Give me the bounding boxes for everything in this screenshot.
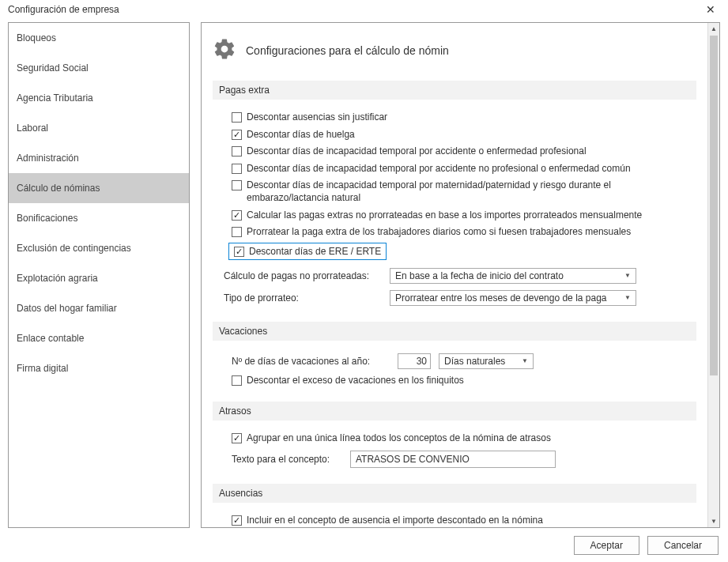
chevron-down-icon: ▼ [624, 272, 631, 279]
checkbox-incluir-importe-descontado[interactable] [232, 515, 242, 526]
checkbox-label: Descontar días de incapacidad temporal p… [247, 163, 631, 175]
sidebar-item-label: Firma digital [17, 363, 68, 374]
checkbox-it-maternidad[interactable] [232, 180, 242, 190]
sidebar-item-label: Bonificaciones [17, 213, 77, 224]
checkbox-descontar-ausencias[interactable] [232, 112, 242, 123]
sidebar-item-explotacion-agraria[interactable]: Explotación agraria [9, 263, 189, 293]
sidebar-item-label: Exclusión de contingencias [17, 243, 131, 254]
checkbox-label: Descontar días de incapacidad temporal p… [247, 179, 693, 204]
chevron-down-icon: ▼ [522, 357, 528, 364]
highlight-ere-erte: Descontar días de ERE / ERTE [228, 243, 387, 260]
select-value: Días naturales [444, 356, 505, 367]
checkbox-it-comun[interactable] [232, 164, 242, 174]
select-value: Prorratear entre los meses de devengo de… [395, 292, 607, 304]
group-header-vacaciones: Vacaciones [213, 322, 696, 341]
label-tipo-prorrateo: Tipo de prorrateo: [224, 292, 382, 304]
checkbox-exceso-vacaciones[interactable] [232, 375, 242, 386]
page-title: Configuraciones para el cálculo de nómin [246, 44, 449, 57]
checkbox-label: Prorratear la paga extra de los trabajad… [247, 226, 631, 239]
cancel-button[interactable]: Cancelar [647, 536, 719, 555]
checkbox-label: Descontar días de huelga [247, 129, 355, 141]
close-icon[interactable]: ✕ [701, 3, 720, 16]
sidebar-item-laboral[interactable]: Laboral [9, 113, 189, 143]
window-title: Configuración de empresa [8, 4, 119, 15]
gear-icon [213, 37, 236, 63]
checkbox-label: Descontar el exceso de vacaciones en los… [247, 375, 464, 387]
checkbox-descontar-huelga[interactable] [232, 130, 242, 140]
sidebar-item-label: Bloqueos [17, 32, 56, 43]
checkbox-descontar-ere[interactable] [234, 247, 244, 257]
scroll-up-icon[interactable]: ▲ [708, 23, 719, 35]
sidebar-item-seguridad-social[interactable]: Seguridad Social [9, 53, 189, 83]
sidebar-item-agencia-tributaria[interactable]: Agencia Tributaria [9, 83, 189, 113]
label-dias-vacaciones: Nº de días de vacaciones al año: [232, 356, 390, 367]
checkbox-calcular-extras[interactable] [232, 210, 242, 221]
sidebar-item-bonificaciones[interactable]: Bonificaciones [9, 203, 189, 233]
content-panel: Configuraciones para el cálculo de nómin… [201, 22, 720, 528]
sidebar-item-exclusion-contingencias[interactable]: Exclusión de contingencias [9, 233, 189, 263]
checkbox-label: Descontar días de incapacidad temporal p… [247, 145, 587, 158]
checkbox-agrupar-atrasos[interactable] [232, 433, 242, 443]
scroll-down-icon[interactable]: ▼ [708, 515, 719, 527]
checkbox-label: Calcular las pagas extras no prorrateada… [247, 209, 642, 222]
group-header-ausencias: Ausencias [213, 484, 696, 503]
group-header-pagas-extra: Pagas extra [213, 81, 696, 100]
dialog-footer: Aceptar Cancelar [0, 528, 728, 562]
sidebar-item-label: Agencia Tributaria [17, 92, 93, 104]
checkbox-prorratear-diarios[interactable] [232, 227, 242, 237]
sidebar-item-label: Cálculo de nóminas [17, 183, 100, 194]
select-tipo-prorrateo[interactable]: Prorratear entre los meses de devengo de… [390, 290, 636, 306]
sidebar-item-enlace-contable[interactable]: Enlace contable [9, 323, 189, 353]
sidebar-item-label: Seguridad Social [17, 62, 89, 74]
sidebar-item-label: Laboral [17, 123, 48, 134]
select-calculo-pagas[interactable]: En base a la fecha de inicio del contrat… [390, 268, 636, 284]
input-dias-vacaciones[interactable]: 30 [398, 353, 431, 369]
sidebar-item-administracion[interactable]: Administración [9, 143, 189, 173]
select-value: En base a la fecha de inicio del contrat… [395, 270, 564, 281]
checkbox-it-profesional[interactable] [232, 146, 242, 157]
group-header-atrasos: Atrasos [213, 402, 696, 421]
sidebar-item-label: Explotación agraria [17, 273, 98, 284]
sidebar-item-firma-digital[interactable]: Firma digital [9, 353, 189, 383]
sidebar-item-label: Datos del hogar familiar [17, 303, 117, 314]
checkbox-label: Descontar días de ERE / ERTE [249, 246, 381, 257]
checkbox-label: Descontar ausencias sin justificar [247, 111, 387, 124]
titlebar: Configuración de empresa ✕ [0, 0, 728, 22]
sidebar: Bloqueos Seguridad Social Agencia Tribut… [8, 22, 190, 528]
scrollbar-thumb[interactable] [710, 36, 718, 375]
scrollbar[interactable]: ▲ ▼ [707, 23, 719, 527]
accept-button[interactable]: Aceptar [574, 536, 639, 555]
sidebar-item-calculo-nominas[interactable]: Cálculo de nóminas [9, 173, 189, 203]
sidebar-item-datos-hogar[interactable]: Datos del hogar familiar [9, 293, 189, 323]
checkbox-label: Incluir en el concepto de ausencia el im… [247, 515, 543, 527]
chevron-down-icon: ▼ [624, 294, 631, 301]
select-tipo-dias[interactable]: Días naturales ▼ [439, 353, 534, 369]
sidebar-item-label: Enlace contable [17, 333, 84, 344]
sidebar-item-label: Administración [17, 153, 79, 164]
input-texto-concepto[interactable]: ATRASOS DE CONVENIO [350, 451, 556, 468]
checkbox-label: Agrupar en una única línea todos los con… [247, 432, 551, 445]
label-texto-concepto: Texto para el concepto: [232, 454, 342, 465]
label-calculo-pagas: Cálculo de pagas no prorrateadas: [224, 270, 382, 281]
sidebar-item-bloqueos[interactable]: Bloqueos [9, 23, 189, 53]
